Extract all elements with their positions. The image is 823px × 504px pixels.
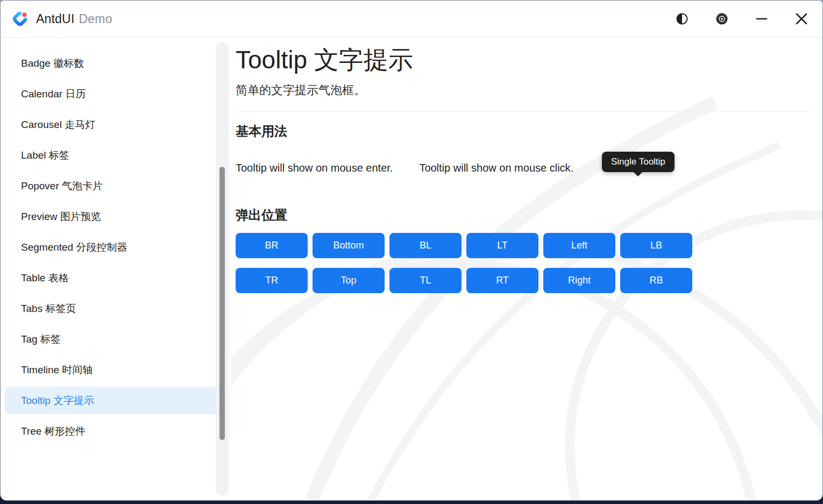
sidebar-item-carousel[interactable]: Carousel 走马灯 [5, 111, 228, 138]
placement-button-lb[interactable]: LB [620, 233, 692, 258]
placement-button-left[interactable]: Left [543, 233, 615, 258]
theme-toggle-button[interactable] [670, 6, 694, 31]
component-sidebar: Badge 徽标数 Calendar 日历 Carousel 走马灯 Label… [1, 38, 232, 501]
app-name: AntdUI [36, 12, 75, 26]
placement-button-tr[interactable]: TR [236, 268, 308, 293]
sidebar-item-preview[interactable]: Preview 图片预览 [5, 203, 228, 230]
minimize-button[interactable] [749, 6, 774, 31]
sidebar-item-label[interactable]: Label 标签 [5, 141, 228, 169]
page-title: Tooltip 文字提示 [236, 45, 813, 75]
sidebar-item-timeline[interactable]: Timeline 时间轴 [5, 356, 228, 384]
close-icon [795, 12, 808, 25]
basic-usage-heading: 基本用法 [236, 123, 813, 140]
main-content: Tooltip 文字提示 简单的文字提示气泡框。 基本用法 Tooltip wi… [232, 38, 822, 501]
single-tooltip-popup: Single Tooltip [602, 152, 675, 172]
component-nav-list: Badge 徽标数 Calendar 日历 Carousel 走马灯 Label… [1, 38, 232, 445]
sidebar-item-table[interactable]: Table 表格 [5, 264, 228, 292]
placement-heading: 弹出位置 [236, 207, 813, 224]
settings-button[interactable] [710, 6, 734, 31]
placement-button-tl[interactable]: TL [389, 268, 462, 293]
sidebar-item-tag[interactable]: Tag 标签 [5, 325, 228, 353]
sidebar-item-badge[interactable]: Badge 徽标数 [5, 49, 228, 77]
sidebar-item-tabs[interactable]: Tabs 标签页 [5, 295, 228, 322]
antdui-logo-icon [11, 10, 29, 27]
placement-button-bottom[interactable]: Bottom [313, 233, 385, 258]
sidebar-item-popover[interactable]: Popover 气泡卡片 [5, 172, 228, 200]
placement-button-grid: BR Bottom BL LT Left LB TR Top TL RT Rig… [236, 233, 813, 293]
tooltip-hover-target[interactable]: Tooltip will show on mouse enter. [236, 162, 393, 174]
placement-button-lt[interactable]: LT [466, 233, 538, 258]
placement-button-rb[interactable]: RB [620, 268, 692, 293]
placement-button-rt[interactable]: RT [466, 268, 538, 293]
basic-usage-demo-row: Tooltip will show on mouse enter. Toolti… [236, 157, 813, 179]
tooltip-click-target[interactable]: Tooltip will show on mouse click. [419, 162, 573, 174]
sidebar-item-tooltip[interactable]: Tooltip 文字提示 [5, 387, 228, 414]
placement-row-1: BR Bottom BL LT Left LB [236, 233, 813, 258]
minimize-icon [756, 13, 768, 25]
close-button[interactable] [789, 6, 814, 31]
page-subtitle: 简单的文字提示气泡框。 [236, 82, 813, 98]
title-bar[interactable]: AntdUIDemo [1, 1, 822, 38]
app-window: AntdUIDemo [0, 0, 823, 501]
sidebar-scrollbar-track[interactable] [216, 42, 229, 495]
sidebar-scrollbar-thumb[interactable] [219, 167, 225, 440]
placement-button-bl[interactable]: BL [389, 233, 462, 258]
sidebar-item-tree[interactable]: Tree 树形控件 [5, 417, 228, 445]
gear-icon [715, 12, 729, 26]
placement-button-br[interactable]: BR [236, 233, 308, 258]
sidebar-item-segmented[interactable]: Segmented 分段控制器 [5, 233, 228, 261]
window-controls [655, 6, 814, 31]
app-title: AntdUIDemo [36, 12, 112, 26]
app-mode: Demo [79, 12, 112, 26]
section-divider [236, 111, 813, 112]
placement-row-2: TR Top TL RT Right RB [236, 268, 813, 293]
sidebar-item-calendar[interactable]: Calendar 日历 [5, 80, 228, 108]
placement-button-right[interactable]: Right [543, 268, 615, 293]
placement-button-top[interactable]: Top [313, 268, 385, 293]
half-circle-icon [676, 12, 689, 25]
